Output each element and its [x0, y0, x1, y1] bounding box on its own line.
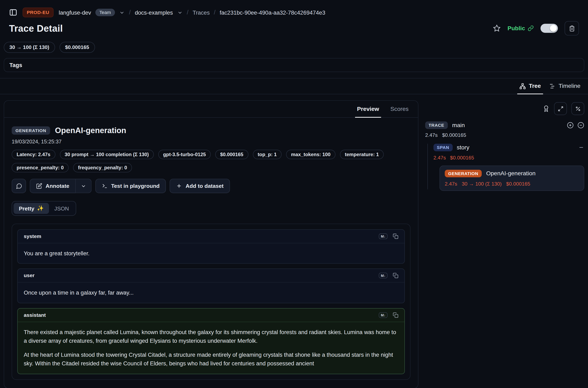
- observation-title: OpenAI-generation: [55, 126, 126, 135]
- breadcrumb-separator: /: [187, 9, 188, 16]
- breadcrumb: langfuse-dev Team / docs-examples / Trac…: [59, 9, 325, 16]
- generation-tokens: 30 → 100 (Σ 130): [462, 181, 502, 187]
- tab-preview[interactable]: Preview: [351, 101, 385, 117]
- breadcrumb-separator: /: [214, 9, 215, 16]
- copy-button[interactable]: [393, 312, 398, 318]
- tab-timeline[interactable]: Timeline: [546, 81, 583, 94]
- environment-badge: PROD-EU: [23, 8, 53, 18]
- copy-icon: [393, 312, 398, 318]
- breadcrumb-separator: /: [129, 9, 131, 16]
- playground-label: Test in playground: [111, 183, 160, 189]
- cost-pill: $0.000165: [215, 150, 248, 159]
- star-icon: [493, 24, 501, 32]
- trace-name: main: [452, 122, 465, 129]
- public-link[interactable]: Public: [508, 25, 534, 32]
- generation-cost: $0.000165: [506, 181, 530, 187]
- markdown-toggle-icon[interactable]: M↓: [379, 273, 387, 279]
- observation-type-badge: GENERATION: [12, 126, 50, 135]
- message-content: Once upon a time in a galaxy far, far aw…: [18, 282, 404, 303]
- model-pill[interactable]: gpt-3.5-turbo-0125: [158, 150, 211, 159]
- test-in-playground-button[interactable]: Test in playground: [95, 179, 166, 193]
- annotate-split-button: Annotate: [30, 179, 91, 193]
- collapse-span-button[interactable]: [578, 145, 584, 150]
- chevron-down-icon: [81, 183, 86, 189]
- public-toggle[interactable]: [541, 24, 558, 33]
- copy-button[interactable]: [393, 234, 398, 239]
- presence-penalty-pill: presence_penalty: 0: [12, 163, 69, 172]
- copy-icon: [393, 273, 398, 279]
- scores-shortcut-button[interactable]: [543, 105, 550, 112]
- terminal-icon: [102, 183, 108, 189]
- span-latency: 2.47s: [433, 155, 446, 160]
- view-tabs: Tree Timeline: [0, 78, 588, 94]
- title-actions: Public: [493, 21, 579, 36]
- message-content: There existed a majestic planet called L…: [18, 321, 404, 374]
- tab-tree[interactable]: Tree: [517, 81, 544, 94]
- observation-preview-card: Preview Scores GENERATION OpenAI-generat…: [4, 100, 418, 388]
- message-role: system: [24, 234, 41, 239]
- copy-button[interactable]: [393, 273, 398, 279]
- edit-icon: [36, 183, 42, 189]
- sidebar-toggle-button[interactable]: [9, 8, 17, 17]
- max-tokens-pill: max_tokens: 100: [286, 150, 336, 159]
- top-navigation: PROD-EU langfuse-dev Team / docs-example…: [0, 0, 588, 17]
- message-header: assistant M↓: [18, 308, 404, 321]
- trace-summary-row: 30 → 100 (Σ 130) $0.000165: [0, 42, 588, 53]
- sparkles-icon: ✨: [37, 205, 44, 212]
- message-paragraph: There existed a majestic planet called L…: [24, 328, 398, 345]
- markdown-toggle-icon[interactable]: M↓: [379, 312, 387, 318]
- page-title: Trace Detail: [9, 23, 63, 34]
- tab-scores[interactable]: Scores: [385, 101, 414, 117]
- comment-button[interactable]: [12, 179, 26, 193]
- collapse-node-button[interactable]: [578, 122, 584, 129]
- project-switcher-button[interactable]: [177, 10, 182, 15]
- expand-all-button[interactable]: [554, 102, 567, 115]
- title-row: Trace Detail Public: [0, 17, 588, 35]
- trace-tree-panel: TRACE main 2.47s $0.000165 SPAN: [425, 100, 584, 191]
- annotate-dropdown-button[interactable]: [76, 179, 91, 193]
- timeline-icon: [549, 83, 556, 89]
- panel-left-icon: [9, 8, 17, 17]
- expand-node-button[interactable]: [567, 122, 574, 129]
- breadcrumb-project[interactable]: docs-examples: [135, 9, 173, 16]
- org-switcher-button[interactable]: [119, 10, 125, 15]
- tree-node-span[interactable]: SPAN story: [433, 144, 584, 151]
- message-actions: M↓: [379, 273, 398, 279]
- generation-row-header: GENERATION OpenAI-generation: [445, 170, 579, 177]
- annotate-button[interactable]: Annotate: [30, 179, 76, 193]
- trace-latency: 2.47s: [425, 132, 438, 138]
- public-label: Public: [508, 25, 525, 32]
- cost-pill: $0.000165: [59, 42, 95, 53]
- add-to-dataset-button[interactable]: Add to dataset: [170, 179, 230, 193]
- format-toggle: Pretty ✨ JSON: [12, 201, 76, 216]
- generation-latency: 2.47s: [445, 181, 457, 187]
- delete-trace-button[interactable]: [565, 21, 579, 36]
- plus-circle-icon: [567, 122, 574, 129]
- toggle-thumb: [550, 25, 557, 32]
- toggle-metrics-button[interactable]: [571, 102, 584, 115]
- tags-section[interactable]: Tags: [4, 58, 584, 72]
- top-p-pill: top_p: 1: [253, 150, 281, 159]
- format-json-button[interactable]: JSON: [49, 203, 74, 214]
- format-pretty-button[interactable]: Pretty ✨: [14, 203, 49, 214]
- message-system: system M↓ You are a great storyteller.: [17, 229, 405, 264]
- tree-node-generation-selected[interactable]: GENERATION OpenAI-generation 2.47s 30 → …: [440, 166, 584, 191]
- org-type-badge: Team: [95, 9, 115, 16]
- observation-header: GENERATION OpenAI-generation: [12, 126, 410, 135]
- award-icon: [543, 105, 550, 112]
- message-paragraph: You are a great storyteller.: [24, 249, 398, 258]
- message-paragraph: Once upon a time in a galaxy far, far aw…: [24, 288, 398, 297]
- span-cost: $0.000165: [450, 155, 474, 160]
- message-actions: M↓: [379, 234, 398, 239]
- bookmark-trace-button[interactable]: [493, 24, 501, 32]
- observation-actions: Annotate Test in playground Add to datas…: [12, 179, 410, 193]
- main-content: Preview Scores GENERATION OpenAI-generat…: [0, 94, 588, 388]
- breadcrumb-org[interactable]: langfuse-dev: [59, 9, 91, 16]
- breadcrumb-traces[interactable]: Traces: [193, 9, 210, 16]
- tree-toolbar: [425, 102, 584, 115]
- percent-icon: [575, 106, 581, 111]
- observation-meta-pills: Latency: 2.47s 30 prompt → 100 completio…: [12, 150, 410, 159]
- message-assistant: assistant M↓ There existed a majestic pl…: [17, 308, 405, 374]
- markdown-toggle-icon[interactable]: M↓: [379, 234, 387, 239]
- tree-node-trace[interactable]: TRACE main: [425, 121, 584, 129]
